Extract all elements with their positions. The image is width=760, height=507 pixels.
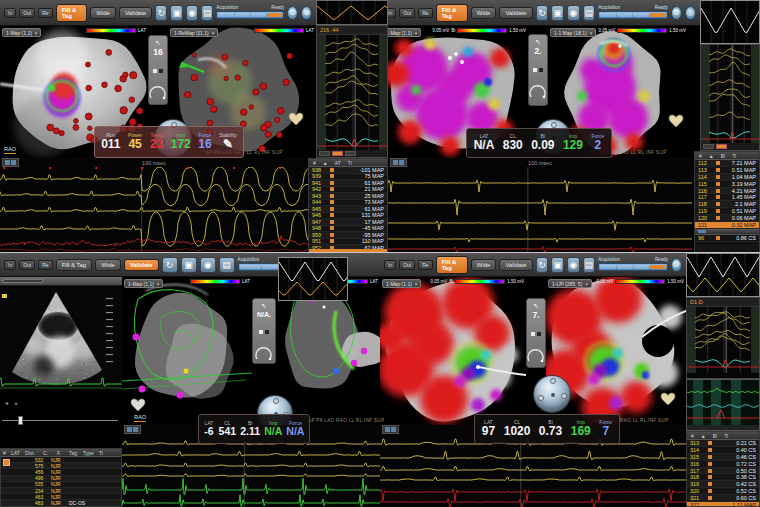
view-reset-button[interactable]: Re <box>418 8 432 18</box>
ultrasound-image[interactable] <box>0 286 122 390</box>
map-title-dropdown[interactable]: 1-Map (1,1)▾ <box>382 279 421 288</box>
annotation-viewer-tl[interactable]: 216 -44 <box>316 25 388 158</box>
cine-slider-handle[interactable] <box>18 416 23 425</box>
reference-trace-window-tl[interactable] <box>316 0 388 25</box>
view-in-button[interactable]: In <box>384 260 396 270</box>
acquisition-control[interactable]: AcquisitionReady <box>598 4 668 21</box>
printer-icon[interactable]: ▤ <box>219 257 235 273</box>
dial-steps[interactable] <box>530 322 542 340</box>
point-row[interactable]: 1200.06 MAP <box>695 215 759 222</box>
point-row[interactable]: 1190.51 MAP <box>695 208 759 215</box>
points-table-br[interactable]: #▲ BiTi 3130.21 CS 3140.40 CS 3150.46 CS… <box>686 431 760 507</box>
dial-steps[interactable] <box>258 320 270 338</box>
tab-fill-and-tag[interactable]: Fill & Tag <box>436 4 468 22</box>
map-title-dropdown[interactable]: 1-Map (1,1)▾ <box>2 28 41 37</box>
tab-validate[interactable]: Validate <box>119 7 152 19</box>
zoom-dial-panel-tr[interactable]: ↖ 2. <box>528 34 548 106</box>
tab-fill-and-tag[interactable]: Fill & Tag <box>56 259 93 271</box>
acquisition-control[interactable]: AcquisitionReady <box>216 4 284 21</box>
point-row[interactable]: 1141.04 MAP <box>695 174 759 181</box>
points-table-tl[interactable]: #▲ ATTi 938 -101 MAP 939 75 MAP 941 61 M… <box>308 158 388 253</box>
view-reset-button[interactable]: Re <box>418 260 432 270</box>
refresh-icon[interactable]: ↻ <box>155 5 167 21</box>
point-row[interactable]: 1182.1 MAP <box>695 201 759 208</box>
points-table-bl[interactable]: # LAT Dist. C. F. Tag Type Ti 532NJR 575… <box>0 448 122 507</box>
tab-validate[interactable]: Validate <box>499 259 532 271</box>
projection-buttons[interactable]: AP PA LAO RAO LL RL INF SUP <box>308 418 385 423</box>
monitor-icon[interactable]: ▣ <box>551 257 564 273</box>
annotation-buttons[interactable] <box>317 150 387 157</box>
map-title-dropdown[interactable]: 1-ReMap (11,1)▾ <box>170 28 218 37</box>
gear-icon[interactable]: ⚙ <box>671 6 682 20</box>
strip-tools[interactable] <box>124 425 141 434</box>
point-row[interactable]: 960.86 CS <box>695 235 759 242</box>
zoom-dial-panel-tl[interactable]: ↖ 16 <box>148 35 168 105</box>
camera-icon[interactable]: ◉ <box>200 257 216 273</box>
printer-icon[interactable]: ▤ <box>583 5 596 21</box>
map-title-dropdown[interactable]: 1-1 Map (18,1)▾ <box>550 28 596 37</box>
camera-icon[interactable]: ◉ <box>567 257 580 273</box>
strip-tools[interactable] <box>390 158 407 167</box>
zoom-dial-panel-br[interactable]: ↖ 7. <box>526 298 546 368</box>
monitor-icon[interactable]: ▣ <box>551 5 564 21</box>
acquisition-segments[interactable] <box>216 11 284 19</box>
monitor-icon[interactable]: ▣ <box>170 5 182 21</box>
ecg-strip-tl[interactable]: 100 msec <box>0 158 308 253</box>
view-in-button[interactable]: In <box>4 260 16 270</box>
point-row[interactable]: 3140.40 CS <box>687 447 759 454</box>
annotation-viewer-br[interactable]: D1-D <box>686 297 760 379</box>
point-row[interactable]: 1130.51 MAP <box>695 167 759 174</box>
dial-steps[interactable] <box>532 58 544 76</box>
point-row[interactable]: 3210.60 CS <box>687 495 759 502</box>
map-view-br-1[interactable]: 1-Map (1,1)▾ 0.05 mVBi1.50 mV <box>380 277 526 425</box>
power-icon[interactable]: ◎ <box>685 6 696 20</box>
gear-icon[interactable]: ⚙ <box>671 258 682 272</box>
ecg-strip-tr[interactable]: 100 msec <box>388 158 692 253</box>
point-row[interactable]: 1153.19 MAP <box>695 181 759 188</box>
cine-control[interactable]: ◄ ● <box>0 396 122 446</box>
annotation-viewer-tr[interactable] <box>700 44 760 151</box>
printer-icon[interactable]: ▤ <box>201 5 213 21</box>
camera-icon[interactable]: ◉ <box>186 5 198 21</box>
view-reset-button[interactable]: Re <box>38 8 52 18</box>
acquisition-segments[interactable] <box>598 11 668 19</box>
point-row[interactable]: 3180.38 CS <box>687 474 759 481</box>
tab-fill-and-tag[interactable]: Fill & Tag <box>436 256 468 274</box>
tab-fill-and-tag[interactable]: Fill & Tag <box>56 4 88 22</box>
point-row[interactable]: 3170.50 CS <box>687 468 759 475</box>
tab-validate[interactable]: Validate <box>499 7 532 19</box>
monitor-icon[interactable]: ▣ <box>181 257 197 273</box>
tab-validate[interactable]: Validate <box>124 259 159 271</box>
tab-wide[interactable]: Wide <box>471 7 497 19</box>
strip-tools[interactable] <box>2 158 19 167</box>
target-icon[interactable]: ⊕ <box>301 6 312 20</box>
refresh-icon[interactable]: ↻ <box>536 5 549 21</box>
orientation-ball-br[interactable] <box>534 376 570 412</box>
view-out-button[interactable]: Out <box>19 260 35 270</box>
map-title-dropdown[interactable]: 1-Map (1,1)▾ <box>124 279 163 288</box>
point-row[interactable]: 3190.42 CS <box>687 481 759 488</box>
reference-trace-window-br[interactable] <box>686 253 760 297</box>
view-out-button[interactable]: Out <box>399 260 415 270</box>
tab-wide[interactable]: Wide <box>471 259 497 271</box>
tab-wide[interactable]: Wide <box>90 7 116 19</box>
point-row[interactable]: 3221.11 MAP <box>687 502 759 507</box>
ultrasound-window-title[interactable] <box>0 277 122 286</box>
printer-icon[interactable]: ▤ <box>583 257 596 273</box>
reference-trace-window-bl[interactable] <box>278 257 348 301</box>
points-table-tr[interactable]: #▲ BiTi 1127.21 MAP 1130.51 MAP 1141.04 … <box>694 151 760 253</box>
point-row[interactable]: 3150.46 CS <box>687 454 759 461</box>
reference-trace-window-tr[interactable] <box>700 0 760 44</box>
signal-review-panel[interactable] <box>686 379 760 431</box>
gear-icon[interactable]: ⚙ <box>287 6 298 20</box>
point-row[interactable]: 1171.45 MAP <box>695 194 759 201</box>
point-row[interactable]: 3200.52 CS <box>687 488 759 495</box>
record-icon[interactable]: ● <box>14 400 19 406</box>
point-row[interactable]: 1127.21 MAP <box>695 160 759 167</box>
acquisition-segments[interactable] <box>598 263 668 271</box>
tab-wide[interactable]: Wide <box>95 259 121 271</box>
annotation-buttons[interactable] <box>701 143 759 150</box>
zoom-dial-panel-bl[interactable]: ↖ N/A. <box>252 298 276 364</box>
refresh-icon[interactable]: ↻ <box>162 257 178 273</box>
view-out-button[interactable]: Out <box>19 8 35 18</box>
